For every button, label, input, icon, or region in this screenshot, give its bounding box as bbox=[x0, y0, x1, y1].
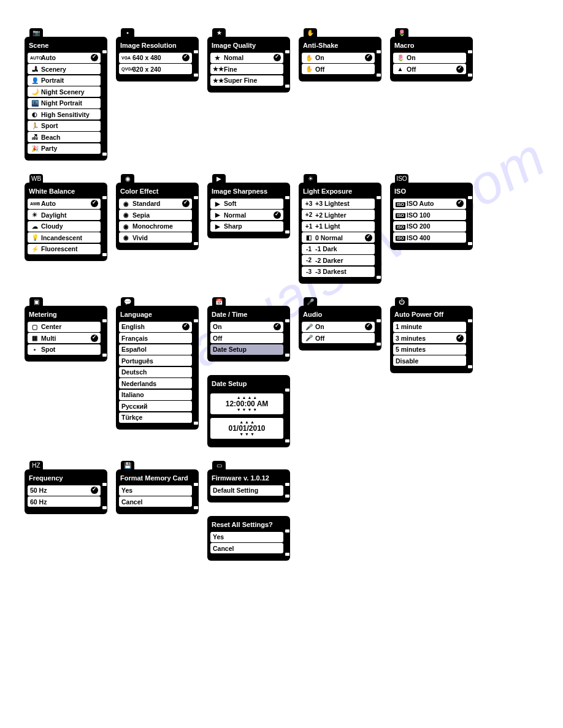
option-lang-8[interactable]: Türkçe bbox=[119, 412, 192, 423]
option-icon: VGA bbox=[121, 56, 131, 60]
option-format-1[interactable]: Cancel bbox=[119, 496, 192, 507]
option-label: Off bbox=[315, 335, 372, 342]
option-meter-2[interactable]: ▪Spot bbox=[28, 344, 101, 355]
option-icon: ★ bbox=[213, 55, 222, 61]
menu-wb: WBWhite BalanceAWBAuto☀Daylight☁Cloudy💡I… bbox=[25, 183, 107, 261]
option-lang-4[interactable]: Deutsch bbox=[119, 367, 192, 377]
option-label: 1 minute bbox=[396, 323, 464, 330]
option-effect-0[interactable]: ◉Standard bbox=[119, 199, 192, 209]
option-datetime-2[interactable]: Date Setup bbox=[210, 344, 283, 355]
menu-tab-icon: ISO bbox=[395, 174, 408, 183]
date-editor[interactable]: ▲ ▲ ▲01/01/2010▼ ▼ ▼ bbox=[210, 418, 283, 439]
menu-resolution: ▪Image ResolutionVGA640 x 480QVGA320 x 2… bbox=[116, 37, 199, 82]
option-reset-1[interactable]: Cancel bbox=[210, 543, 283, 553]
option-audio-1[interactable]: 🎤Off bbox=[302, 333, 375, 343]
option-quality-0[interactable]: ★Nomal bbox=[210, 53, 283, 63]
menu-title: Image Resolution bbox=[119, 40, 196, 51]
option-macro-1[interactable]: ▲Off bbox=[393, 64, 466, 74]
option-expo-0[interactable]: +3+3 Lightest bbox=[302, 199, 375, 209]
option-icon: QVGA bbox=[121, 67, 131, 71]
option-meter-1[interactable]: ▦Multi bbox=[28, 333, 101, 343]
option-resolution-1[interactable]: QVGA320 x 240 bbox=[119, 64, 192, 74]
option-meter-0[interactable]: ▢Center bbox=[28, 322, 101, 332]
option-freq-1[interactable]: 60 Hz bbox=[28, 496, 101, 507]
menu-apo: ⏻Auto Power Off1 minute3 minutes5 minute… bbox=[390, 306, 473, 373]
option-icon: 🏃 bbox=[30, 123, 39, 129]
option-iso-2[interactable]: ISOISO 200 bbox=[393, 221, 466, 232]
option-wb-3[interactable]: 💡Incandescent bbox=[28, 232, 101, 243]
option-expo-4[interactable]: -1-1 Dark bbox=[302, 244, 375, 254]
menu-title: Macro bbox=[393, 40, 470, 51]
option-effect-3[interactable]: ◉Vivid bbox=[119, 232, 192, 243]
option-scene-3[interactable]: 🌙Night Scenery bbox=[28, 86, 101, 97]
option-iso-0[interactable]: ISOISO Auto bbox=[393, 199, 466, 209]
option-lang-6[interactable]: Italiano bbox=[119, 390, 192, 400]
option-scene-8[interactable]: 🎉Party bbox=[28, 143, 101, 154]
option-iso-3[interactable]: ISOISO 400 bbox=[393, 232, 466, 243]
option-datetime-1[interactable]: Off bbox=[210, 333, 283, 343]
option-lang-2[interactable]: Español bbox=[119, 344, 192, 355]
option-wb-0[interactable]: AWBAuto bbox=[28, 199, 101, 209]
option-sharp-0[interactable]: ▶Soft bbox=[210, 199, 283, 209]
option-quality-2[interactable]: ★★Super Fine bbox=[210, 75, 283, 86]
option-effect-1[interactable]: ◉Sepia bbox=[119, 210, 192, 220]
option-sharp-1[interactable]: ▶Normal bbox=[210, 210, 283, 220]
option-wb-1[interactable]: ☀Daylight bbox=[28, 210, 101, 220]
option-icon: +3 bbox=[304, 200, 313, 207]
option-wb-4[interactable]: ⚡Fluorescent bbox=[28, 244, 101, 254]
menu-datesetup: Date Setup▲ ▲ ▲ ▲12:00:00 AM▼ ▼ ▼ ▼▲ ▲ ▲… bbox=[207, 375, 290, 447]
option-fw-0[interactable]: Default Setting bbox=[210, 485, 283, 496]
option-icon: 🏖 bbox=[30, 134, 39, 140]
option-antishake-1[interactable]: ✋Off bbox=[302, 64, 375, 74]
option-format-0[interactable]: Yes bbox=[119, 485, 192, 496]
option-icon: -2 bbox=[304, 257, 313, 264]
option-audio-0[interactable]: 🎤On bbox=[302, 322, 375, 332]
option-lang-0[interactable]: English bbox=[119, 322, 192, 332]
option-scene-6[interactable]: 🏃Sport bbox=[28, 121, 101, 131]
option-expo-1[interactable]: +2+2 Lighter bbox=[302, 210, 375, 220]
option-apo-1[interactable]: 3 minutes bbox=[393, 333, 466, 343]
time-editor[interactable]: ▲ ▲ ▲ ▲12:00:00 AM▼ ▼ ▼ ▼ bbox=[210, 393, 283, 414]
scroll-cap-top bbox=[285, 389, 289, 392]
option-scene-5[interactable]: ◐High Sensitivity bbox=[28, 109, 101, 119]
scroll-cap-bottom bbox=[285, 553, 289, 556]
option-scene-4[interactable]: 🌃Night Portrait bbox=[28, 98, 101, 108]
option-expo-2[interactable]: +1+1 Light bbox=[302, 221, 375, 232]
option-scene-1[interactable]: 🏞Scenery bbox=[28, 64, 101, 74]
option-expo-6[interactable]: -3-3 Darkest bbox=[302, 267, 375, 277]
option-iso-1[interactable]: ISOISO 100 bbox=[393, 210, 466, 220]
option-label: Cloudy bbox=[41, 222, 98, 230]
option-scene-0[interactable]: AUTOAuto bbox=[28, 53, 101, 63]
option-apo-3[interactable]: Disable bbox=[393, 355, 466, 366]
option-lang-5[interactable]: Nederlands bbox=[119, 378, 192, 389]
option-reset-0[interactable]: Yes bbox=[210, 532, 283, 542]
option-lang-3[interactable]: Português bbox=[119, 355, 192, 366]
option-quality-1[interactable]: ★★Fine bbox=[210, 64, 283, 74]
option-expo-5[interactable]: -2-2 Darker bbox=[302, 255, 375, 265]
checkmark-icon bbox=[456, 66, 464, 73]
option-icon: ★★ bbox=[213, 66, 222, 72]
option-label: Standard bbox=[132, 200, 182, 207]
option-datetime-0[interactable]: On bbox=[210, 322, 283, 332]
menu-title: Color Effect bbox=[119, 186, 196, 197]
menu-title: Image Quality bbox=[210, 40, 287, 51]
option-icon: 🌙 bbox=[30, 88, 39, 95]
option-lang-7[interactable]: Русский bbox=[119, 401, 192, 411]
option-effect-2[interactable]: ◉Monochrome bbox=[119, 221, 192, 232]
option-macro-0[interactable]: 🌷On bbox=[393, 53, 466, 63]
option-lang-1[interactable]: Français bbox=[119, 333, 192, 343]
option-apo-0[interactable]: 1 minute bbox=[393, 322, 466, 332]
option-apo-2[interactable]: 5 minutes bbox=[393, 344, 466, 355]
option-scene-2[interactable]: 👤Portrait bbox=[28, 75, 101, 86]
option-scene-7[interactable]: 🏖Beach bbox=[28, 132, 101, 142]
option-sharp-2[interactable]: ▶Sharp bbox=[210, 221, 283, 232]
menu-tab-icon: ⏻ bbox=[395, 297, 408, 306]
menu-datetime: 📅Date / TimeOnOffDate Setup bbox=[207, 306, 290, 362]
scroll-cap-top bbox=[377, 196, 381, 199]
option-wb-2[interactable]: ☁Cloudy bbox=[28, 221, 101, 232]
option-antishake-0[interactable]: ✋On bbox=[302, 53, 375, 63]
stacked-column: ▭Firmware v. 1.0.12Default SettingReset … bbox=[207, 469, 290, 561]
option-freq-0[interactable]: 50 Hz bbox=[28, 485, 101, 496]
option-resolution-0[interactable]: VGA640 x 480 bbox=[119, 53, 192, 63]
option-expo-3[interactable]: ◧0 Normal bbox=[302, 232, 375, 243]
